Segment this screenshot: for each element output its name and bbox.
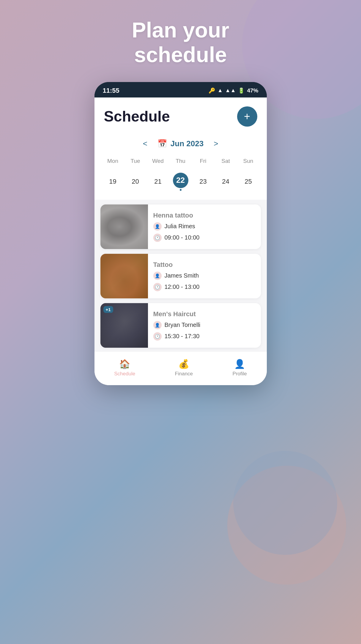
tattoo-time: 12:00 - 13:00	[165, 284, 200, 290]
tattoo-image	[100, 254, 148, 298]
dates-row: 19 20 21 22 23 24 25	[102, 170, 260, 194]
month-text: Jun 2023	[171, 139, 204, 148]
haircut-time: 15:30 - 17:30	[165, 333, 200, 340]
profile-nav-icon: 👤	[234, 359, 245, 369]
tattoo-info: Tattoo 👤 James Smith 🕐 12:00 - 13:00	[148, 254, 205, 298]
next-month-button[interactable]: >	[209, 137, 222, 151]
wifi-icon: ▲	[217, 87, 223, 94]
headline-line2: schedule	[134, 43, 227, 67]
calendar-icon: 📅	[157, 139, 167, 148]
app-content: Schedule + < 📅 Jun 2023 > Mon Tue Wed Th…	[94, 97, 267, 385]
henna-client-row: 👤 Julia Rimes	[153, 222, 200, 231]
status-time: 11:55	[103, 87, 119, 95]
appointment-card-tattoo[interactable]: Tattoo 👤 James Smith 🕐 12:00 - 13:00	[100, 254, 261, 298]
date-25[interactable]: 25	[237, 170, 260, 194]
page-headline: Plan your schedule	[132, 18, 229, 67]
weekdays-row: Mon Tue Wed Thu Fri Sat Sun	[102, 157, 260, 166]
nav-item-finance[interactable]: 💰 Finance	[168, 356, 200, 379]
haircut-image: +1	[100, 303, 148, 348]
finance-nav-label: Finance	[175, 371, 193, 377]
weekday-fri: Fri	[192, 157, 215, 166]
henna-time-row: 🕐 09:00 - 10:00	[153, 234, 200, 242]
weekday-sun: Sun	[237, 157, 260, 166]
appointment-card-henna[interactable]: Henna tattoo 👤 Julia Rimes 🕐 09:00 - 10:…	[100, 204, 261, 249]
clock-icon-henna: 🕐	[153, 234, 162, 242]
haircut-service: Men's Haircut	[153, 310, 201, 318]
tattoo-client-row: 👤 James Smith	[153, 272, 200, 280]
clock-icon-tattoo: 🕐	[153, 283, 162, 291]
status-bar: 11:55 🔑 ▲ ▲▲ 🔋 47%	[94, 82, 267, 97]
tattoo-time-row: 🕐 12:00 - 13:00	[153, 283, 200, 291]
haircut-time-row: 🕐 15:30 - 17:30	[153, 332, 201, 341]
person-icon-haircut: 👤	[153, 321, 162, 329]
henna-service: Henna tattoo	[153, 212, 200, 219]
haircut-client: Bryan Tornelli	[165, 322, 201, 328]
status-icons: 🔑 ▲ ▲▲ 🔋 47%	[209, 87, 258, 94]
key-icon: 🔑	[209, 87, 215, 94]
profile-nav-label: Profile	[233, 371, 247, 377]
headline-line1: Plan your	[132, 18, 229, 42]
henna-image	[100, 204, 148, 249]
date-19[interactable]: 19	[102, 170, 124, 194]
schedule-nav-label: Schedule	[114, 371, 135, 377]
henna-client: Julia Rimes	[165, 223, 195, 230]
calendar-section: < 📅 Jun 2023 > Mon Tue Wed Thu Fri Sat S…	[94, 134, 267, 200]
bg-shape-3	[233, 451, 337, 555]
haircut-client-row: 👤 Bryan Tornelli	[153, 321, 201, 329]
battery-icon: 🔋	[238, 87, 245, 94]
weekday-mon: Mon	[102, 157, 124, 166]
date-23[interactable]: 23	[192, 170, 215, 194]
nav-item-profile[interactable]: 👤 Profile	[226, 356, 254, 379]
month-label: 📅 Jun 2023	[157, 139, 204, 148]
weekday-thu: Thu	[169, 157, 192, 166]
appointment-card-haircut[interactable]: +1 Men's Haircut 👤 Bryan Tornelli 🕐 15:3…	[100, 303, 261, 348]
app-title: Schedule	[104, 108, 170, 125]
bottom-nav: 🏠 Schedule 💰 Finance 👤 Profile	[94, 351, 267, 385]
date-21[interactable]: 21	[147, 170, 169, 194]
weekday-sat: Sat	[215, 157, 237, 166]
weekday-tue: Tue	[124, 157, 147, 166]
henna-time: 09:00 - 10:00	[165, 234, 200, 241]
person-icon-tattoo: 👤	[153, 272, 162, 280]
clock-icon-haircut: 🕐	[153, 332, 162, 341]
date-20[interactable]: 20	[124, 170, 147, 194]
tattoo-service: Tattoo	[153, 261, 200, 269]
schedule-list: Henna tattoo 👤 Julia Rimes 🕐 09:00 - 10:…	[94, 200, 267, 351]
tattoo-client: James Smith	[165, 272, 199, 279]
prev-month-button[interactable]: <	[139, 137, 152, 151]
nav-item-schedule[interactable]: 🏠 Schedule	[107, 356, 142, 379]
finance-nav-icon: 💰	[178, 359, 189, 369]
date-22-selected[interactable]: 22	[169, 170, 192, 194]
selected-dot	[180, 189, 182, 191]
signal-icon: ▲▲	[225, 87, 236, 94]
add-appointment-button[interactable]: +	[237, 106, 257, 127]
phone-frame: 11:55 🔑 ▲ ▲▲ 🔋 47% Schedule + < 📅 Jun 20…	[94, 82, 267, 385]
date-24[interactable]: 24	[215, 170, 237, 194]
month-nav: < 📅 Jun 2023 >	[102, 134, 260, 157]
person-icon-henna: 👤	[153, 222, 162, 231]
schedule-nav-icon: 🏠	[119, 359, 130, 369]
battery-percent: 47%	[247, 87, 258, 94]
haircut-info: Men's Haircut 👤 Bryan Tornelli 🕐 15:30 -…	[148, 303, 206, 348]
haircut-badge: +1	[103, 306, 113, 313]
weekday-wed: Wed	[147, 157, 169, 166]
henna-info: Henna tattoo 👤 Julia Rimes 🕐 09:00 - 10:…	[148, 204, 205, 249]
app-header: Schedule +	[94, 97, 267, 134]
